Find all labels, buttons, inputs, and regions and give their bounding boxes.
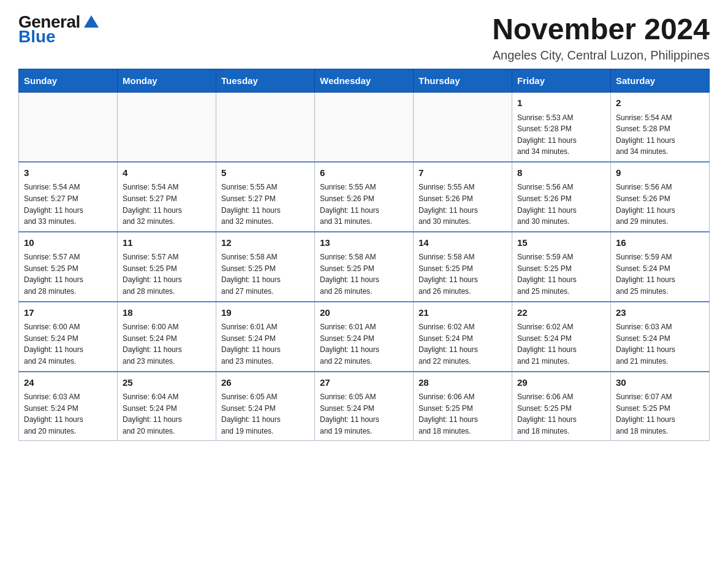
calendar-header-saturday: Saturday bbox=[611, 69, 710, 93]
calendar-day-cell: 23Sunrise: 6:03 AMSunset: 5:24 PMDayligh… bbox=[611, 302, 710, 372]
day-info: Sunrise: 5:54 AMSunset: 5:27 PMDaylight:… bbox=[24, 182, 112, 227]
day-number: 21 bbox=[419, 306, 507, 320]
day-info: Sunrise: 5:53 AMSunset: 5:28 PMDaylight:… bbox=[517, 112, 605, 158]
calendar-header-monday: Monday bbox=[118, 69, 216, 93]
calendar-day-cell: 29Sunrise: 6:06 AMSunset: 5:25 PMDayligh… bbox=[512, 372, 611, 441]
calendar-day-cell: 4Sunrise: 5:54 AMSunset: 5:27 PMDaylight… bbox=[118, 162, 216, 232]
title-area: November 2024 Angeles City, Central Luzo… bbox=[492, 12, 710, 63]
day-number: 29 bbox=[517, 376, 605, 390]
calendar-day-cell: 22Sunrise: 6:02 AMSunset: 5:24 PMDayligh… bbox=[512, 302, 611, 372]
calendar-day-cell bbox=[118, 93, 216, 162]
calendar-day-cell: 17Sunrise: 6:00 AMSunset: 5:24 PMDayligh… bbox=[19, 302, 118, 372]
day-info: Sunrise: 5:57 AMSunset: 5:25 PMDaylight:… bbox=[123, 251, 211, 297]
day-info: Sunrise: 6:06 AMSunset: 5:25 PMDaylight:… bbox=[419, 391, 507, 437]
day-number: 15 bbox=[517, 236, 605, 250]
day-number: 14 bbox=[419, 236, 507, 250]
day-number: 4 bbox=[123, 166, 211, 180]
day-number: 24 bbox=[24, 376, 112, 390]
day-info: Sunrise: 6:02 AMSunset: 5:24 PMDaylight:… bbox=[419, 321, 507, 367]
day-number: 11 bbox=[123, 236, 211, 250]
calendar-day-cell: 3Sunrise: 5:54 AMSunset: 5:27 PMDaylight… bbox=[19, 162, 118, 232]
day-number: 6 bbox=[320, 166, 408, 180]
calendar-day-cell: 21Sunrise: 6:02 AMSunset: 5:24 PMDayligh… bbox=[414, 302, 512, 372]
day-info: Sunrise: 6:05 AMSunset: 5:24 PMDaylight:… bbox=[221, 391, 309, 437]
day-number: 10 bbox=[24, 236, 112, 250]
calendar-day-cell: 10Sunrise: 5:57 AMSunset: 5:25 PMDayligh… bbox=[19, 232, 118, 302]
day-number: 7 bbox=[419, 166, 507, 180]
day-info: Sunrise: 5:55 AMSunset: 5:27 PMDaylight:… bbox=[221, 182, 309, 227]
calendar-day-cell bbox=[216, 93, 315, 162]
calendar-week-row: 10Sunrise: 5:57 AMSunset: 5:25 PMDayligh… bbox=[19, 232, 710, 302]
day-number: 5 bbox=[221, 166, 309, 180]
day-info: Sunrise: 6:03 AMSunset: 5:24 PMDaylight:… bbox=[616, 321, 704, 367]
calendar-week-row: 3Sunrise: 5:54 AMSunset: 5:27 PMDaylight… bbox=[19, 162, 710, 232]
day-info: Sunrise: 6:04 AMSunset: 5:24 PMDaylight:… bbox=[123, 391, 211, 437]
calendar-header-row: SundayMondayTuesdayWednesdayThursdayFrid… bbox=[19, 69, 710, 93]
calendar-day-cell: 11Sunrise: 5:57 AMSunset: 5:25 PMDayligh… bbox=[118, 232, 216, 302]
page-title: November 2024 bbox=[492, 12, 710, 46]
day-number: 19 bbox=[221, 306, 309, 320]
day-info: Sunrise: 5:58 AMSunset: 5:25 PMDaylight:… bbox=[221, 251, 309, 297]
day-info: Sunrise: 6:01 AMSunset: 5:24 PMDaylight:… bbox=[320, 321, 408, 367]
calendar-header-thursday: Thursday bbox=[414, 69, 512, 93]
calendar-day-cell: 5Sunrise: 5:55 AMSunset: 5:27 PMDaylight… bbox=[216, 162, 315, 232]
day-number: 16 bbox=[616, 236, 704, 250]
calendar-day-cell: 19Sunrise: 6:01 AMSunset: 5:24 PMDayligh… bbox=[216, 302, 315, 372]
day-info: Sunrise: 5:59 AMSunset: 5:25 PMDaylight:… bbox=[517, 251, 605, 297]
day-info: Sunrise: 5:54 AMSunset: 5:27 PMDaylight:… bbox=[123, 182, 211, 227]
day-number: 13 bbox=[320, 236, 408, 250]
day-number: 28 bbox=[419, 376, 507, 390]
day-number: 20 bbox=[320, 306, 408, 320]
day-info: Sunrise: 6:00 AMSunset: 5:24 PMDaylight:… bbox=[123, 321, 211, 367]
day-number: 30 bbox=[616, 376, 704, 390]
calendar-day-cell: 7Sunrise: 5:55 AMSunset: 5:26 PMDaylight… bbox=[414, 162, 512, 232]
day-info: Sunrise: 6:01 AMSunset: 5:24 PMDaylight:… bbox=[221, 321, 309, 367]
day-info: Sunrise: 5:55 AMSunset: 5:26 PMDaylight:… bbox=[419, 182, 507, 227]
calendar-day-cell: 26Sunrise: 6:05 AMSunset: 5:24 PMDayligh… bbox=[216, 372, 315, 441]
calendar-header-tuesday: Tuesday bbox=[216, 69, 315, 93]
day-info: Sunrise: 5:58 AMSunset: 5:25 PMDaylight:… bbox=[320, 251, 408, 297]
calendar-day-cell bbox=[19, 93, 118, 162]
day-number: 2 bbox=[616, 96, 704, 110]
day-info: Sunrise: 5:54 AMSunset: 5:28 PMDaylight:… bbox=[616, 112, 704, 158]
calendar-day-cell: 30Sunrise: 6:07 AMSunset: 5:25 PMDayligh… bbox=[611, 372, 710, 441]
calendar-week-row: 1Sunrise: 5:53 AMSunset: 5:28 PMDaylight… bbox=[19, 93, 710, 162]
day-number: 17 bbox=[24, 306, 112, 320]
day-info: Sunrise: 6:07 AMSunset: 5:25 PMDaylight:… bbox=[616, 391, 704, 437]
calendar-day-cell: 16Sunrise: 5:59 AMSunset: 5:24 PMDayligh… bbox=[611, 232, 710, 302]
day-number: 27 bbox=[320, 376, 408, 390]
logo-triangle-icon bbox=[83, 14, 100, 29]
day-info: Sunrise: 5:59 AMSunset: 5:24 PMDaylight:… bbox=[616, 251, 704, 297]
day-info: Sunrise: 5:58 AMSunset: 5:25 PMDaylight:… bbox=[419, 251, 507, 297]
day-number: 22 bbox=[517, 306, 605, 320]
calendar-table: SundayMondayTuesdayWednesdayThursdayFrid… bbox=[18, 69, 710, 441]
calendar-day-cell: 12Sunrise: 5:58 AMSunset: 5:25 PMDayligh… bbox=[216, 232, 315, 302]
day-number: 3 bbox=[24, 166, 112, 180]
day-number: 26 bbox=[221, 376, 309, 390]
calendar-day-cell: 24Sunrise: 6:03 AMSunset: 5:24 PMDayligh… bbox=[19, 372, 118, 441]
calendar-day-cell: 20Sunrise: 6:01 AMSunset: 5:24 PMDayligh… bbox=[315, 302, 414, 372]
calendar-day-cell: 15Sunrise: 5:59 AMSunset: 5:25 PMDayligh… bbox=[512, 232, 611, 302]
calendar-week-row: 17Sunrise: 6:00 AMSunset: 5:24 PMDayligh… bbox=[19, 302, 710, 372]
logo: General Blue bbox=[18, 12, 100, 47]
calendar-day-cell: 14Sunrise: 5:58 AMSunset: 5:25 PMDayligh… bbox=[414, 232, 512, 302]
day-number: 1 bbox=[517, 96, 605, 110]
day-number: 9 bbox=[616, 166, 704, 180]
calendar-header-friday: Friday bbox=[512, 69, 611, 93]
day-info: Sunrise: 5:57 AMSunset: 5:25 PMDaylight:… bbox=[24, 251, 112, 297]
calendar-day-cell bbox=[315, 93, 414, 162]
day-number: 8 bbox=[517, 166, 605, 180]
calendar-day-cell: 2Sunrise: 5:54 AMSunset: 5:28 PMDaylight… bbox=[611, 93, 710, 162]
calendar-day-cell: 1Sunrise: 5:53 AMSunset: 5:28 PMDaylight… bbox=[512, 93, 611, 162]
calendar-day-cell: 27Sunrise: 6:05 AMSunset: 5:24 PMDayligh… bbox=[315, 372, 414, 441]
calendar-day-cell: 13Sunrise: 5:58 AMSunset: 5:25 PMDayligh… bbox=[315, 232, 414, 302]
day-info: Sunrise: 5:56 AMSunset: 5:26 PMDaylight:… bbox=[517, 182, 605, 227]
day-info: Sunrise: 6:06 AMSunset: 5:25 PMDaylight:… bbox=[517, 391, 605, 437]
calendar-header-wednesday: Wednesday bbox=[315, 69, 414, 93]
logo-blue-text: Blue bbox=[18, 27, 56, 47]
day-info: Sunrise: 5:55 AMSunset: 5:26 PMDaylight:… bbox=[320, 182, 408, 227]
day-number: 25 bbox=[123, 376, 211, 390]
svg-marker-0 bbox=[84, 15, 99, 28]
calendar-day-cell: 25Sunrise: 6:04 AMSunset: 5:24 PMDayligh… bbox=[118, 372, 216, 441]
day-number: 23 bbox=[616, 306, 704, 320]
